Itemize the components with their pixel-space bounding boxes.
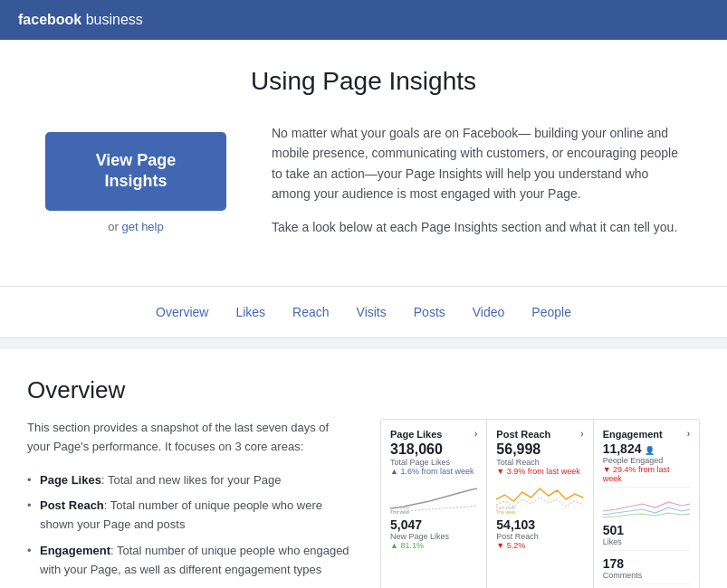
- overview-title: Overview: [27, 376, 700, 404]
- main-label: Total Page Likes: [390, 458, 477, 467]
- overview-right: Page Likes › 318,060 Total Page Likes ▲ …: [380, 419, 700, 588]
- description-text-2: Take a look below at each Page Insights …: [272, 217, 691, 237]
- post-reach-chart: This week Last week: [496, 481, 583, 514]
- stat-number: 501: [603, 523, 690, 537]
- post-reach-panel: Post Reach › 56,998 Total Reach ▼ 3.9% f…: [487, 420, 593, 588]
- chevron-right-icon: ›: [474, 429, 477, 439]
- get-help-link[interactable]: get help: [121, 220, 163, 233]
- left-panel: View Page Insights or get help: [36, 123, 235, 233]
- overview-intro: This section provides a snapshot of the …: [27, 419, 353, 457]
- main-label: Total Reach: [496, 458, 583, 467]
- stat-people-engaged: 11,824 👤 People Engaged ▼ 29.4% from las…: [603, 441, 690, 488]
- tab-likes[interactable]: Likes: [235, 301, 265, 323]
- svg-text:Last week: Last week: [390, 506, 410, 510]
- nav-tabs: Overview Likes Reach Visits Posts Video …: [0, 287, 727, 338]
- tab-people[interactable]: People: [531, 301, 571, 323]
- stat-number: 11,824 👤: [603, 441, 690, 456]
- top-section: Using Page Insights View Page Insights o…: [0, 40, 727, 268]
- engagement-chart: [603, 493, 690, 520]
- tab-video[interactable]: Video: [473, 301, 505, 323]
- stat-change: ▼ 29.4% from last week: [603, 465, 690, 483]
- dashboard-preview: Page Likes › 318,060 Total Page Likes ▲ …: [380, 419, 700, 588]
- main-change: ▼ 3.9% from last week: [496, 467, 583, 476]
- main-number: 318,060: [390, 441, 477, 458]
- main-change: ▲ 1.6% from last week: [390, 467, 477, 476]
- list-item-term: Page Likes: [40, 473, 101, 487]
- page-likes-panel: Page Likes › 318,060 Total Page Likes ▲ …: [381, 420, 487, 588]
- tab-visits[interactable]: Visits: [357, 301, 387, 323]
- tab-posts[interactable]: Posts: [414, 301, 445, 323]
- overview-left: This section provides a snapshot of the …: [27, 419, 353, 588]
- list-item-desc: : Total and new likes for your Page: [101, 473, 282, 487]
- page-likes-chart: This week Last week: [390, 481, 477, 514]
- overview-content: This section provides a snapshot of the …: [27, 419, 700, 588]
- stat-likes: 501 Likes: [603, 523, 690, 551]
- stat-label: Comments: [603, 571, 690, 580]
- main-number: 56,998: [496, 441, 583, 458]
- list-item: Page Likes: Total and new likes for your…: [27, 471, 353, 490]
- svg-text:This week: This week: [390, 510, 410, 514]
- stat-label: People Engaged: [603, 456, 690, 465]
- list-item: Post Reach: Total number of unique peopl…: [27, 497, 353, 535]
- stat-number: 178: [603, 556, 690, 571]
- overview-list: Page Likes: Total and new likes for your…: [27, 471, 353, 580]
- stat-comments: 178 Comments: [603, 556, 690, 584]
- header: facebook business: [0, 0, 727, 40]
- sub-number: 5,047: [390, 517, 477, 532]
- main-card: Using Page Insights View Page Insights o…: [0, 40, 727, 338]
- panel-title: Post Reach ›: [496, 429, 583, 440]
- overview-card: Overview This section provides a snapsho…: [0, 349, 727, 588]
- sub-label: Post Reach: [496, 532, 583, 541]
- engagement-panel: Engagement › 11,824 👤 People Engaged ▼ 2…: [594, 420, 699, 588]
- sub-label: New Page Likes: [390, 532, 477, 541]
- tab-overview[interactable]: Overview: [156, 301, 208, 323]
- header-logo: facebook business: [18, 12, 143, 28]
- description-text-1: No matter what your goals are on Faceboo…: [272, 123, 691, 204]
- chevron-right-icon: ›: [687, 429, 690, 439]
- top-content: View Page Insights or get help No matter…: [36, 123, 691, 250]
- overview-section: Overview This section provides a snapsho…: [0, 349, 727, 588]
- logo-regular: business: [81, 12, 143, 27]
- list-item-term: Post Reach: [40, 498, 104, 512]
- page-title: Using Page Insights: [36, 67, 691, 96]
- chevron-right-icon: ›: [580, 429, 583, 439]
- panel-title: Page Likes ›: [390, 429, 477, 440]
- tab-reach[interactable]: Reach: [292, 301, 329, 323]
- list-item: Engagement: Total number of unique peopl…: [27, 542, 353, 580]
- section-divider: [0, 338, 727, 349]
- logo-bold: facebook: [18, 12, 81, 27]
- sub-change: ▼ 5.2%: [496, 541, 583, 550]
- stat-label: Likes: [603, 537, 690, 546]
- list-item-term: Engagement: [40, 544, 110, 557]
- panel-title: Engagement ›: [603, 429, 690, 440]
- description-panel: No matter what your goals are on Faceboo…: [272, 123, 691, 250]
- or-text: or get help: [108, 220, 163, 233]
- view-page-insights-button[interactable]: View Page Insights: [45, 132, 226, 211]
- svg-text:Last week: Last week: [496, 506, 516, 510]
- sub-number: 54,103: [496, 517, 583, 532]
- svg-text:This week: This week: [496, 510, 516, 514]
- sub-change: ▲ 81.1%: [390, 541, 477, 550]
